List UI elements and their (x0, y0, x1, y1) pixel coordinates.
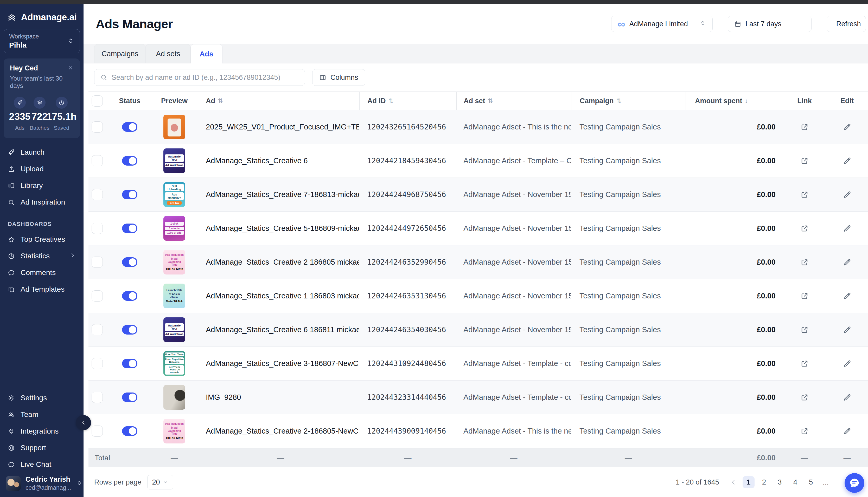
ad-preview-thumbnail[interactable] (163, 115, 185, 139)
pagination-prev-button[interactable] (730, 479, 737, 485)
ad-preview-thumbnail[interactable]: Automate YourAd Workflows (163, 317, 185, 342)
external-link-icon[interactable] (800, 359, 809, 368)
columns-button[interactable]: Columns (312, 69, 365, 86)
ad-preview-thumbnail[interactable]: Still UploadingAds Manually?Yes No (163, 182, 185, 207)
tab-ads[interactable]: Ads (191, 44, 222, 63)
edit-pencil-icon[interactable] (843, 258, 852, 267)
page-button-4[interactable]: 4 (789, 476, 801, 488)
edit-pencil-icon[interactable] (843, 123, 852, 131)
sidebar-item-team[interactable]: Team (0, 406, 84, 423)
external-link-icon[interactable] (800, 393, 809, 402)
tab-ad-sets[interactable]: Ad sets (146, 44, 191, 63)
column-header-ad-id[interactable]: Ad ID⇅ (359, 92, 456, 110)
sidebar-item-launch[interactable]: Launch (0, 144, 84, 161)
row-checkbox[interactable] (92, 290, 103, 301)
ad-name[interactable]: AdManage_Statics_Creative 5-186809-micka… (206, 224, 359, 233)
ad-account-selector[interactable]: ∞ AdManage Limited (611, 16, 713, 32)
search-input[interactable] (112, 74, 299, 82)
edit-pencil-icon[interactable] (843, 427, 852, 436)
ad-name[interactable]: AdManage_Statics_Creative 7-186813-micka… (206, 190, 359, 199)
status-toggle[interactable] (122, 359, 137, 368)
status-toggle[interactable] (122, 190, 137, 199)
page-button-3[interactable]: 3 (774, 476, 786, 488)
sidebar-item-support[interactable]: Support (0, 440, 84, 456)
ad-preview-thumbnail[interactable] (163, 385, 185, 410)
ad-preview-thumbnail[interactable]: 90% Reductionin Ad Launching TimeTikTok … (163, 419, 185, 443)
column-header-campaign[interactable]: Campaign⇅ (571, 92, 686, 110)
edit-pencil-icon[interactable] (843, 156, 852, 165)
sidebar-item-comments[interactable]: Comments (0, 264, 84, 281)
ad-preview-thumbnail[interactable]: Free Your TeamFrom Repetitive Uploads.Le… (163, 351, 185, 376)
sidebar-item-settings[interactable]: Settings (0, 389, 84, 406)
column-header-amount-spent[interactable]: Amount spent↓ (686, 92, 783, 110)
edit-pencil-icon[interactable] (843, 393, 852, 402)
row-checkbox[interactable] (92, 257, 103, 268)
sidebar-item-ad-templates[interactable]: Ad Templates (0, 281, 84, 298)
edit-pencil-icon[interactable] (843, 190, 852, 199)
ad-name[interactable]: AdManage_Statics_Creative 6 186811 micka… (206, 325, 359, 334)
status-toggle[interactable] (122, 122, 137, 132)
sidebar-item-library[interactable]: Library (0, 177, 84, 194)
column-header-ad[interactable]: Ad⇅ (202, 92, 359, 110)
status-toggle[interactable] (122, 257, 137, 267)
sidebar-item-upload[interactable]: Upload (0, 161, 84, 177)
workspace-selector[interactable]: Workspace Pihla (4, 29, 80, 53)
select-all-checkbox[interactable] (92, 95, 103, 106)
edit-pencil-icon[interactable] (843, 325, 852, 334)
ad-name[interactable]: AdManage_Statics_Creative 3-186807-NewCr… (206, 359, 359, 368)
close-icon[interactable] (67, 65, 74, 72)
external-link-icon[interactable] (800, 427, 809, 436)
page-button-2[interactable]: 2 (758, 476, 770, 488)
sidebar-item-live-chat[interactable]: Live Chat (0, 456, 84, 473)
external-link-icon[interactable] (800, 224, 809, 233)
row-checkbox[interactable] (92, 223, 103, 234)
ad-name[interactable]: AdManage_Statics_Creative 2-186805-NewCr… (206, 427, 359, 436)
edit-pencil-icon[interactable] (843, 359, 852, 368)
status-toggle[interactable] (122, 291, 137, 301)
edit-pencil-icon[interactable] (843, 224, 852, 233)
ad-name[interactable]: AdManage_Statics_Creative 6 (206, 156, 359, 165)
external-link-icon[interactable] (800, 190, 809, 199)
status-toggle[interactable] (122, 156, 137, 166)
ad-name[interactable]: 2025_WK25_V01_Product_Focused_IMG+TEXT_( (206, 123, 359, 131)
column-header-ad-set[interactable]: Ad set⇅ (456, 92, 571, 110)
row-checkbox[interactable] (92, 392, 103, 403)
external-link-icon[interactable] (800, 325, 809, 334)
status-toggle[interactable] (122, 224, 137, 233)
page-button-5[interactable]: 5 (805, 476, 817, 488)
sidebar-item-integrations[interactable]: Integrations (0, 423, 84, 440)
ad-name[interactable]: IMG_9280 (206, 393, 359, 402)
sidebar-item-statistics[interactable]: Statistics (0, 248, 84, 264)
ad-name[interactable]: AdManage_Statics_Creative 1 186803 micka… (206, 292, 359, 300)
row-checkbox[interactable] (92, 189, 103, 200)
status-toggle[interactable] (122, 426, 137, 436)
ad-preview-thumbnail[interactable]: Launch 100sof Ads in <1min.Meta TikTok (163, 284, 185, 308)
refresh-button[interactable]: Refresh (827, 16, 866, 32)
row-checkbox[interactable] (92, 324, 103, 335)
ad-preview-thumbnail[interactable]: 90% Reductionin Ad Launching TimeTikTok … (163, 250, 185, 274)
date-range-picker[interactable]: Last 7 days (728, 16, 812, 32)
sidebar-item-ad-inspiration[interactable]: Ad Inspiration (0, 194, 84, 211)
row-checkbox[interactable] (92, 155, 103, 166)
external-link-icon[interactable] (800, 123, 809, 131)
edit-pencil-icon[interactable] (843, 292, 852, 300)
user-menu[interactable]: Cedric Yarish ced@admanag... (0, 475, 84, 491)
sidebar-item-top-creatives[interactable]: Top Creatives (0, 231, 84, 248)
row-checkbox[interactable] (92, 122, 103, 132)
external-link-icon[interactable] (800, 292, 809, 300)
sidebar-collapse-button[interactable] (76, 415, 91, 430)
status-toggle[interactable] (122, 393, 137, 402)
live-chat-fab[interactable] (844, 473, 864, 493)
app-logo[interactable]: Admanage.ai (0, 12, 84, 23)
ad-preview-thumbnail[interactable]: Automate YourAd Workflows (163, 148, 185, 173)
external-link-icon[interactable] (800, 156, 809, 165)
row-checkbox[interactable] (92, 358, 103, 369)
row-checkbox[interactable] (92, 426, 103, 437)
rows-per-page-select[interactable]: 20 (147, 475, 173, 489)
external-link-icon[interactable] (800, 258, 809, 267)
page-button-1[interactable]: 1 (743, 476, 755, 488)
ad-preview-thumbnail[interactable]: 1 click1 minute100s of ads (163, 216, 185, 241)
status-toggle[interactable] (122, 325, 137, 335)
ad-name[interactable]: AdManage_Statics_Creative 2 186805 micka… (206, 258, 359, 267)
tab-campaigns[interactable]: Campaigns (94, 44, 146, 63)
